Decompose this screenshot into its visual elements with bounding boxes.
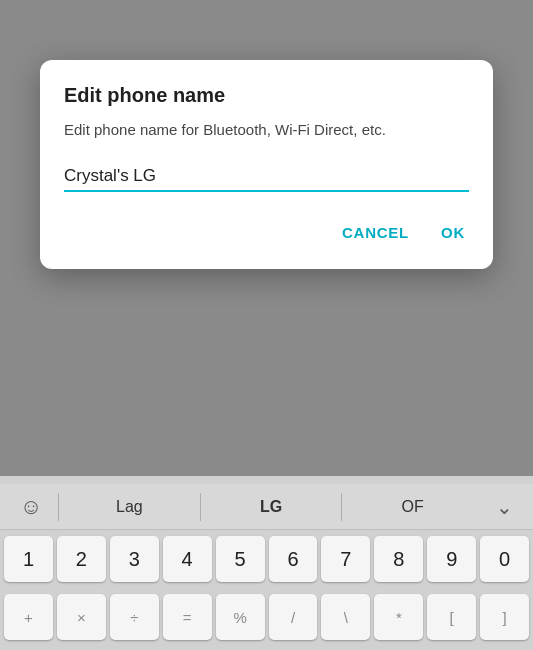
key-5[interactable]: 5 <box>216 536 265 582</box>
key-label: 6 <box>287 549 298 569</box>
key-symbol-%C3%B7[interactable]: ÷ <box>110 594 159 640</box>
key-1[interactable]: 1 <box>4 536 53 582</box>
key-2[interactable]: 2 <box>57 536 106 582</box>
key-3[interactable]: 3 <box>110 536 159 582</box>
number-row: 1234567890 <box>0 530 533 588</box>
divider-mid <box>200 493 201 521</box>
key-label: 0 <box>499 549 510 569</box>
key-symbol-%3D[interactable]: = <box>163 594 212 640</box>
expand-suggestions-button[interactable]: ⌄ <box>481 495 527 519</box>
key-label: 1 <box>23 549 34 569</box>
dialog-description: Edit phone name for Bluetooth, Wi-Fi Dir… <box>64 119 469 142</box>
suggestion-1[interactable]: Lag <box>61 498 198 516</box>
key-label: 9 <box>446 549 457 569</box>
key-symbol-%5B[interactable]: [ <box>427 594 476 640</box>
key-label: / <box>291 610 295 625</box>
key-7[interactable]: 7 <box>321 536 370 582</box>
suggestion-3[interactable]: OF <box>344 498 481 516</box>
key-label: [ <box>450 610 454 625</box>
key-label: % <box>233 610 246 625</box>
key-label: 3 <box>129 549 140 569</box>
key-symbol-%2B[interactable]: + <box>4 594 53 640</box>
emoji-icon: ☺ <box>20 494 42 520</box>
symbol-row: +×÷=%/\*[] <box>0 588 533 646</box>
dialog-title: Edit phone name <box>64 84 469 107</box>
edit-phone-name-dialog: Edit phone name Edit phone name for Blue… <box>40 60 493 269</box>
dialog-actions: CANCEL OK <box>64 212 469 257</box>
key-symbol-%25[interactable]: % <box>216 594 265 640</box>
key-4[interactable]: 4 <box>163 536 212 582</box>
emoji-button[interactable]: ☺ <box>6 494 56 520</box>
suggestions-words: Lag LG OF <box>61 493 481 521</box>
key-label: \ <box>344 610 348 625</box>
chevron-down-icon: ⌄ <box>496 495 513 519</box>
input-wrapper <box>64 162 469 192</box>
key-label: 5 <box>235 549 246 569</box>
key-label: 2 <box>76 549 87 569</box>
suggestion-2[interactable]: LG <box>203 498 340 516</box>
key-symbol-%C3%97[interactable]: × <box>57 594 106 640</box>
ok-button[interactable]: OK <box>437 216 469 249</box>
divider-right <box>341 493 342 521</box>
key-label: 4 <box>182 549 193 569</box>
key-6[interactable]: 6 <box>269 536 318 582</box>
key-label: ÷ <box>130 610 138 625</box>
key-label: + <box>24 610 33 625</box>
key-9[interactable]: 9 <box>427 536 476 582</box>
key-0[interactable]: 0 <box>480 536 529 582</box>
cancel-button[interactable]: CANCEL <box>338 216 413 249</box>
key-symbol-%2F[interactable]: / <box>269 594 318 640</box>
key-label: = <box>183 610 192 625</box>
key-label: × <box>77 610 86 625</box>
phone-name-input[interactable] <box>64 162 469 192</box>
divider-left <box>58 493 59 521</box>
key-label: 7 <box>340 549 351 569</box>
key-label: 8 <box>393 549 404 569</box>
key-symbol-%5D[interactable]: ] <box>480 594 529 640</box>
key-symbol-*[interactable]: * <box>374 594 423 640</box>
key-8[interactable]: 8 <box>374 536 423 582</box>
key-symbol-%5C[interactable]: \ <box>321 594 370 640</box>
suggestions-row: ☺ Lag LG OF ⌄ <box>0 484 533 530</box>
keyboard: ☺ Lag LG OF ⌄ 1234567890 +×÷=%/\*[] <box>0 476 533 650</box>
key-label: ] <box>503 610 507 625</box>
key-label: * <box>396 610 402 625</box>
